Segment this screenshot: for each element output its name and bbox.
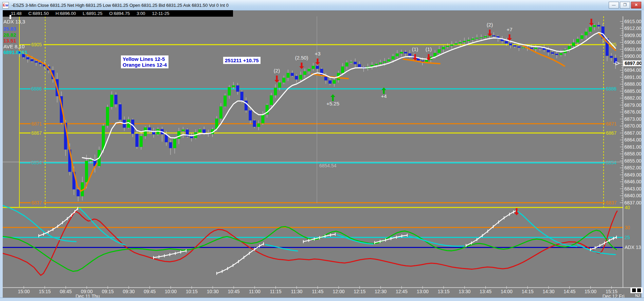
candle-up [383, 61, 386, 63]
candle-down [35, 61, 38, 63]
candle-down [291, 73, 294, 76]
candle-down [358, 64, 361, 67]
candle-up [375, 64, 378, 65]
time-axis-label: 15:15 [39, 289, 51, 294]
time-axis-label: 11:30 [291, 289, 302, 294]
candle-up [522, 48, 525, 48]
candle-down [295, 76, 298, 80]
title-bar[interactable]: Ew -ESZ5 3-Min Close 6831.25 Net High 68… [0, 0, 644, 11]
candle-up [438, 49, 441, 53]
candle-up [379, 63, 382, 64]
price-axis-label: 6846.00 [624, 179, 642, 184]
candle-up [110, 95, 113, 107]
candle-up [425, 60, 428, 62]
shortcut-square-icon[interactable] [637, 288, 641, 292]
time-axis-label: 08:45 [60, 289, 72, 294]
candle-up [198, 129, 201, 132]
time-axis-label: 10:00 [165, 289, 177, 294]
candle-up [307, 69, 310, 71]
bar-info-readout: 11:48 C:6891.50 H:6896.00 L:6891.25 O:68… [3, 10, 233, 17]
window-border-left [0, 10, 3, 301]
readout-high: H:6896.00 [56, 11, 76, 16]
candle-up [89, 160, 92, 161]
candle-down [190, 136, 193, 138]
time-axis-label: 09:15 [102, 289, 114, 294]
price-axis-label: 6864.00 [624, 137, 642, 143]
note-line: Orange Lines 12-4 [123, 62, 167, 68]
price-axis-label: 6900.00 [624, 53, 642, 59]
close-button[interactable]: ✕ [631, 2, 641, 9]
candle-up [463, 41, 466, 42]
maximize-button[interactable]: ❐ [620, 2, 630, 9]
candle-up [459, 42, 462, 44]
candle-down [253, 120, 256, 127]
note-session-pnl[interactable]: 251211 +10.75 [223, 57, 261, 64]
candle-down [119, 104, 122, 120]
candle-down [114, 95, 118, 104]
app-icon: Ew [2, 2, 9, 9]
vertical-scrollbar[interactable] [641, 10, 644, 298]
chart-canvas[interactable]: 6905690568866886687168716867686768546854… [0, 0, 644, 301]
study-label-adx: ADX 13,3 [3, 19, 25, 24]
note-line: Yellow Lines 12-5 [123, 56, 167, 62]
time-axis-label: 13:30 [459, 289, 470, 294]
candle-up [177, 131, 180, 139]
candle-down [169, 142, 172, 148]
candle-down [249, 111, 252, 120]
shortcut-square-icon[interactable] [632, 288, 636, 292]
candle-up [228, 87, 231, 96]
time-axis-label: 10:30 [207, 289, 219, 294]
candle-down [509, 44, 512, 45]
candle-up [433, 53, 436, 57]
candle-down [597, 25, 600, 27]
window-border-bottom [0, 298, 644, 301]
candle-up [106, 107, 109, 126]
candle-down [316, 66, 319, 69]
corner-initials: NJ [635, 294, 640, 298]
time-axis-label: 10:45 [228, 289, 239, 294]
time-axis-label: 13:15 [437, 289, 449, 294]
candle-up [396, 53, 399, 56]
candle-down [492, 35, 495, 36]
candle-up [182, 130, 185, 131]
chart-shortcut-buttons[interactable] [630, 287, 643, 293]
candle-up [450, 45, 453, 46]
gray-reference-label: 6854.54 [319, 163, 337, 168]
candle-up [446, 46, 449, 47]
candle-up [454, 44, 458, 45]
price-level-label-right: 6867 [606, 130, 616, 136]
time-axis-label: 12:00 [333, 289, 344, 294]
candle-up [341, 66, 344, 73]
adx-axis-label: 30 [625, 225, 630, 230]
candle-up [576, 39, 579, 43]
candle-up [476, 38, 479, 39]
minimize-button[interactable]: — [609, 2, 619, 9]
candle-down [26, 57, 29, 59]
trade-annotation-label: +5.25 [326, 101, 339, 106]
candle-up [387, 60, 390, 62]
candle-down [538, 48, 541, 48]
time-axis-label: 11:00 [249, 289, 261, 294]
price-level-label-left: 6837 [31, 200, 42, 205]
candle-down [31, 59, 34, 61]
price-axis-label: 6879.00 [624, 102, 642, 108]
adx-axis-label: 40 [625, 205, 630, 210]
price-axis-label: 6888.00 [624, 81, 642, 87]
readout-date: 12-11-25 [152, 11, 169, 16]
candle-up [442, 47, 445, 49]
candle-down [551, 52, 554, 54]
note-yellow-orange-lines[interactable]: Yellow Lines 12-5Orange Lines 12-4 [121, 55, 168, 68]
readout-period: 3:00 [137, 11, 145, 16]
candle-up [287, 73, 290, 78]
current-price-label: 6897.00 [625, 61, 642, 66]
price-axis-label: 6858.00 [624, 151, 642, 156]
price-axis-label: 6837.00 [624, 200, 642, 205]
candle-down [517, 47, 520, 48]
time-axis-label: 13:00 [417, 289, 429, 294]
price-axis-label: 6882.00 [624, 95, 642, 101]
adx-value-red: 13.51 [3, 38, 16, 44]
price-level-label-right: 6854 [606, 160, 616, 165]
candle-up [559, 53, 562, 55]
price-axis-label: 6909.00 [624, 33, 642, 38]
price-level-label-right: 6871 [606, 121, 616, 127]
